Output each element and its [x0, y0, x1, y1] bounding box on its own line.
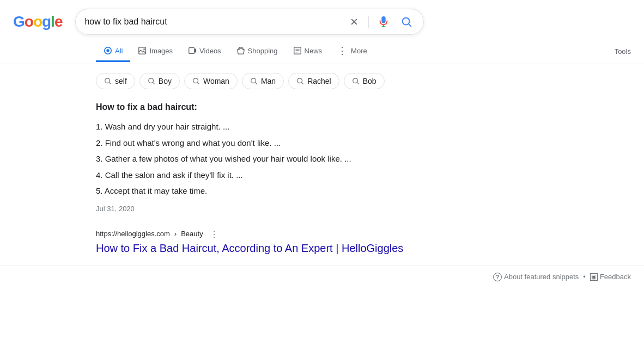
- snippet-title: How to fix a bad haircut:: [96, 102, 423, 112]
- tab-videos[interactable]: Videos: [180, 41, 229, 62]
- search-bar[interactable]: how to fix bad haircut: [75, 9, 424, 35]
- google-logo[interactable]: Google: [13, 13, 62, 30]
- logo-letter-l: l: [51, 13, 54, 30]
- search-button[interactable]: [398, 14, 415, 30]
- logo-letter-o2: o: [33, 13, 42, 30]
- logo-letter-o1: o: [25, 13, 33, 30]
- more-dots-icon: ⋮: [337, 45, 347, 57]
- logo-letter-e: e: [54, 13, 63, 30]
- nav-tabs: All Images Videos Shopping News ⋮: [0, 35, 644, 64]
- snippet-step-3: 3. Gather a few photos of what you wishe…: [96, 151, 423, 167]
- suggestion-chips: self Boy Woman Man Rachel Bob: [0, 64, 644, 98]
- feedback-icon: ▣: [590, 273, 598, 281]
- snippet-list: 1. Wash and dry your hair straight. ... …: [96, 119, 423, 199]
- search-input[interactable]: how to fix bad haircut: [84, 17, 342, 27]
- result-breadcrumb-label: Beauty: [181, 230, 203, 238]
- microphone-icon: [378, 16, 390, 28]
- svg-rect-5: [189, 48, 195, 54]
- dot-separator: •: [583, 273, 586, 281]
- chip-self[interactable]: self: [96, 73, 135, 89]
- snippet-step-1: 1. Wash and dry your hair straight. ...: [96, 119, 423, 135]
- chip-woman[interactable]: Woman: [184, 73, 238, 89]
- shopping-tab-icon: [236, 46, 245, 55]
- snippet-step-2: 2. Find out what's wrong and what you do…: [96, 135, 423, 151]
- images-tab-icon: [138, 46, 147, 55]
- all-tab-icon: [104, 46, 112, 55]
- svg-point-2: [106, 49, 109, 52]
- bottom-bar: ? About featured snippets • ▣ Feedback: [0, 266, 644, 288]
- icon-divider: [368, 16, 369, 28]
- bottom-bar-inner: ? About featured snippets • ▣ Feedback: [493, 273, 631, 281]
- svg-point-4: [144, 48, 145, 50]
- snippet-step-4: 4. Call the salon and ask if they'll fix…: [96, 167, 423, 183]
- question-icon: ?: [493, 273, 502, 281]
- about-snippets-link[interactable]: ? About featured snippets: [493, 273, 579, 281]
- chip-search-icon-woman: [192, 77, 200, 85]
- tab-more[interactable]: ⋮ More: [330, 39, 375, 64]
- header: Google how to fix bad haircut: [0, 0, 644, 35]
- search-result: https://hellogiggles.com › Beauty ⋮ How …: [96, 221, 423, 255]
- chip-search-icon-boy: [148, 77, 155, 85]
- result-menu-button[interactable]: ⋮: [208, 228, 221, 240]
- tab-news[interactable]: News: [285, 41, 330, 62]
- clear-button[interactable]: [347, 14, 362, 29]
- tab-images[interactable]: Images: [130, 41, 180, 62]
- chip-man[interactable]: Man: [242, 73, 284, 89]
- snippet-date: Jul 31, 2020: [96, 205, 423, 213]
- clear-icon: [349, 16, 360, 27]
- result-url-row: https://hellogiggles.com › Beauty ⋮: [96, 228, 423, 240]
- logo-letter-g: G: [13, 13, 25, 30]
- chip-boy[interactable]: Boy: [139, 73, 180, 89]
- chip-search-icon-bob: [352, 77, 360, 85]
- voice-search-button[interactable]: [375, 14, 392, 30]
- chip-search-icon-rachel: [296, 77, 304, 85]
- three-dots-icon: ⋮: [210, 230, 219, 239]
- snippet-step-5: 5. Accept that it may take time.: [96, 183, 423, 199]
- main-content: How to fix a bad haircut: 1. Wash and dr…: [0, 98, 436, 255]
- tools-button[interactable]: Tools: [602, 42, 644, 61]
- feedback-button[interactable]: ▣ Feedback: [590, 273, 631, 281]
- search-icon: [400, 16, 412, 28]
- tab-shopping[interactable]: Shopping: [229, 41, 285, 62]
- search-bar-icons: [347, 14, 415, 30]
- chip-search-icon-self: [104, 77, 112, 85]
- chip-rachel[interactable]: Rachel: [288, 73, 339, 89]
- result-title-link[interactable]: How to Fix a Bad Haircut, According to A…: [96, 242, 403, 254]
- tab-all[interactable]: All: [96, 41, 130, 62]
- news-tab-icon: [293, 46, 302, 55]
- featured-snippet: How to fix a bad haircut: 1. Wash and dr…: [96, 98, 423, 221]
- logo-letter-g2: g: [42, 13, 51, 30]
- result-url: https://hellogiggles.com: [96, 230, 170, 238]
- result-breadcrumb: ›: [174, 230, 177, 238]
- videos-tab-icon: [188, 46, 197, 55]
- chip-bob[interactable]: Bob: [344, 73, 385, 89]
- chip-search-icon-man: [250, 77, 258, 85]
